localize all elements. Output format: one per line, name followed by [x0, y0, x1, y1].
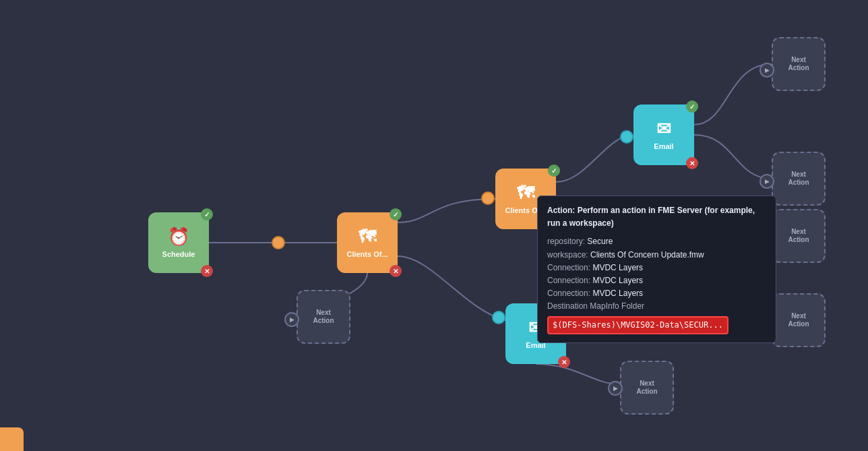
next-action-4-node[interactable]: NextAction — [772, 293, 826, 347]
wire-conn-4 — [492, 311, 505, 324]
next-action-6-play[interactable]: ▶ — [608, 381, 623, 396]
clients-1-check: ✓ — [390, 208, 402, 220]
next-action-1-play[interactable]: ▶ — [760, 63, 774, 78]
workflow-canvas: ⏰ Schedule ✓ ✕ 🗺 Clients Of... ✓ ✕ 🗺 Cli… — [0, 0, 868, 451]
tooltip-highlight: $(DFS-Shares)\MVGIS02-Data\SECUR... — [547, 316, 728, 334]
email-1-x: ✕ — [686, 157, 698, 169]
next-action-3-node[interactable]: NextAction — [772, 209, 826, 263]
clients-of-1-node[interactable]: 🗺 Clients Of... ✓ ✕ — [337, 212, 398, 273]
next-action-1-label: NextAction — [788, 56, 809, 72]
tooltip-field-repository: repository: Secure — [547, 235, 766, 248]
tooltip-field-conn3: Connection: MVDC Layers — [547, 287, 766, 300]
next-action-2-node[interactable]: NextAction — [772, 152, 826, 206]
tooltip-field-destination: Destination MapInfo Folder — [547, 300, 766, 313]
clients-2-icon: 🗺 — [517, 183, 534, 204]
email-1-check: ✓ — [686, 100, 698, 113]
email-1-icon: ✉ — [656, 119, 671, 140]
email-2-x: ✕ — [558, 356, 570, 368]
next-action-3-label: NextAction — [788, 228, 809, 244]
next-action-5-label: NextAction — [313, 309, 334, 325]
tooltip-title: Action: Perform an action in FME Server … — [547, 204, 766, 230]
schedule-x-badge: ✕ — [201, 265, 213, 277]
corner-decoration — [0, 427, 24, 451]
clients-1-label: Clients Of... — [346, 250, 388, 259]
next-action-2-play[interactable]: ▶ — [760, 174, 774, 189]
clients-2-check: ✓ — [548, 164, 560, 177]
schedule-label: Schedule — [162, 250, 195, 259]
tooltip-field-conn1: Connection: MVDC Layers — [547, 262, 766, 274]
clients-1-x: ✕ — [390, 265, 402, 277]
tooltip-field-workspace: workspace: Clients Of Concern Update.fmw — [547, 249, 766, 262]
email-1-label: Email — [654, 142, 673, 151]
schedule-node[interactable]: ⏰ Schedule ✓ ✕ — [148, 212, 209, 273]
next-action-6-label: NextAction — [636, 380, 657, 396]
schedule-check-badge: ✓ — [201, 208, 213, 220]
node-tooltip: Action: Perform an action in FME Server … — [537, 196, 776, 343]
wire-conn-2 — [481, 191, 495, 205]
clients-1-icon: 🗺 — [359, 227, 376, 247]
next-action-2-label: NextAction — [788, 171, 809, 187]
next-action-4-label: NextAction — [788, 312, 809, 328]
email-1-node[interactable]: ✉ Email ✓ ✕ — [633, 104, 694, 165]
schedule-icon: ⏰ — [168, 227, 189, 247]
wire-conn-1 — [272, 236, 285, 249]
wire-conn-3 — [620, 130, 633, 144]
next-action-5-node[interactable]: NextAction — [297, 290, 350, 344]
next-action-6-node[interactable]: NextAction — [620, 361, 674, 415]
tooltip-field-conn2: Connection: MVDC Layers — [547, 274, 766, 287]
next-action-5-play[interactable]: ▶ — [284, 312, 299, 327]
next-action-1-node[interactable]: NextAction — [772, 37, 826, 91]
